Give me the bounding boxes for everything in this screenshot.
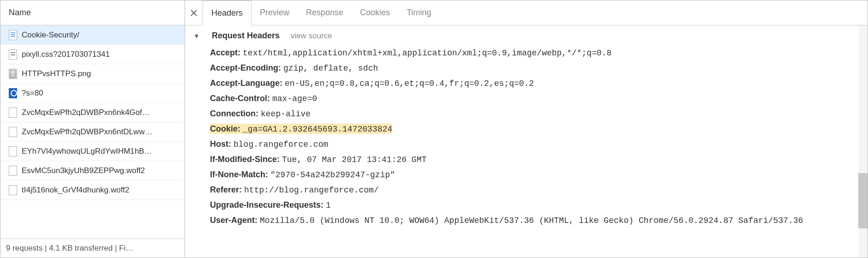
header-line: Connection: keep-alive [210,106,858,121]
header-value: max-age=0 [272,94,317,103]
request-name: EYh7Vl4ywhowqULgRdYwIHM1hB… [22,147,152,156]
favicon-file-icon [9,88,17,98]
doc-file-icon [9,30,17,40]
request-headers-section[interactable]: ▼ Request Headers view source [193,31,858,41]
header-value: en-US,en;q=0.8,ca;q=0.6,et;q=0.4,fr;q=0.… [285,79,534,88]
css-file-icon [9,49,17,60]
header-value: blog.rangeforce.com [233,140,328,149]
scrollbar-track[interactable] [858,25,868,258]
header-line: Upgrade-Insecure-Requests: 1 [210,198,858,213]
header-line: If-None-Match: "2970-54a242b299247-gzip" [210,167,858,182]
img-file-icon [9,69,17,79]
header-value: text/html,application/xhtml+xml,applicat… [243,48,611,58]
header-name: Cache-Control: [210,94,270,103]
request-name: ZvcMqxEwPfh2qDWBPxn6nk4Gof… [22,108,150,117]
scrollbar-thumb[interactable] [858,173,868,228]
section-title: Request Headers [212,31,280,41]
request-row[interactable]: ZvcMqxEwPfh2qDWBPxn6nk4Gof… [0,103,185,122]
request-name: HTTPvsHTTPS.png [22,69,91,78]
devtools-network-panel: Name Cookie-Security/pixyll.css?20170307… [0,0,868,258]
detail-tab-bar: HeadersPreviewResponseCookiesTiming [185,0,868,25]
header-line: User-Agent: Mozilla/5.0 (Windows NT 10.0… [210,213,858,228]
close-icon[interactable] [185,0,203,25]
request-name: tI4j516nok_GrVf4dhunkg.woff2 [22,186,129,195]
request-name: ZvcMqxEwPfh2qDWBPxn6ntDLww… [22,127,152,137]
header-name: Accept-Encoding: [210,63,281,72]
header-value: gzip, deflate, sdch [283,64,378,73]
request-name: ?s=80 [22,89,43,98]
blank-file-icon [9,146,17,156]
request-row[interactable]: ZvcMqxEwPfh2qDWBPxn6ntDLww… [0,122,185,142]
request-name: Cookie-Security/ [22,30,79,40]
view-source-link[interactable]: view source [291,31,332,41]
request-row[interactable]: Cookie-Security/ [0,25,185,45]
header-name: User-Agent: [210,216,257,225]
header-value: http://blog.rangeforce.com/ [244,186,379,195]
header-name: Upgrade-Insecure-Requests: [210,200,323,210]
header-name: If-None-Match: [210,170,268,179]
header-line: Cache-Control: max-age=0 [210,91,858,106]
header-line: If-Modified-Since: Tue, 07 Mar 2017 13:4… [210,152,858,167]
request-row[interactable]: HTTPvsHTTPS.png [0,64,185,84]
headers-body: ▼ Request Headers view source Accept: te… [185,25,868,258]
tab-preview[interactable]: Preview [251,0,298,25]
tab-response[interactable]: Response [298,0,352,25]
requests-panel: Name Cookie-Security/pixyll.css?20170307… [0,0,185,258]
header-name: Referer: [210,185,242,194]
header-value: Mozilla/5.0 (Windows NT 10.0; WOW64) App… [260,216,803,225]
request-row[interactable]: EYh7Vl4ywhowqULgRdYwIHM1hB… [0,142,185,161]
name-column-header[interactable]: Name [0,0,185,25]
disclosure-triangle-icon[interactable]: ▼ [193,32,201,40]
blank-file-icon [9,166,17,176]
request-row[interactable]: ?s=80 [0,84,185,103]
header-name: Accept-Language: [210,78,282,88]
header-value: "2970-54a242b299247-gzip" [270,170,395,180]
request-list: Cookie-Security/pixyll.css?201703071341H… [0,25,185,239]
header-name: Accept: [210,48,240,57]
headers-block: Accept: text/html,application/xhtml+xml,… [199,45,858,228]
request-row[interactable]: pixyll.css?201703071341 [0,45,185,64]
header-name: Connection: [210,109,258,118]
tab-timing[interactable]: Timing [398,0,439,25]
header-name: If-Modified-Since: [210,155,280,164]
tab-cookies[interactable]: Cookies [352,0,398,25]
header-value: keep-alive [261,109,311,119]
header-line: Referer: http://blog.rangeforce.com/ [210,182,858,198]
blank-file-icon [9,108,17,118]
header-value: Tue, 07 Mar 2017 13:41:26 GMT [282,155,426,164]
request-row[interactable]: tI4j516nok_GrVf4dhunkg.woff2 [0,180,185,200]
blank-file-icon [9,127,17,137]
header-name: Cookie: [210,124,240,133]
details-panel: HeadersPreviewResponseCookiesTiming ▼ Re… [185,0,868,258]
header-name: Host: [210,139,231,149]
header-line: Host: blog.rangeforce.com [210,137,858,152]
request-name: EsvMC5un3kjyUhB9ZEPPwg.woff2 [22,166,145,175]
blank-file-icon [9,185,17,195]
requests-summary: 9 requests | 4.1 KB transferred | Fi… [0,239,185,258]
header-line: Accept-Encoding: gzip, deflate, sdch [210,60,858,76]
header-line: Accept: text/html,application/xhtml+xml,… [210,45,858,60]
header-line: Cookie: _ga=GA1.2.932645693.1472033824 [210,121,858,137]
request-name: pixyll.css?201703071341 [22,50,110,59]
request-row[interactable]: EsvMC5un3kjyUhB9ZEPPwg.woff2 [0,161,185,180]
tabs: HeadersPreviewResponseCookiesTiming [203,0,440,25]
header-value: _ga=GA1.2.932645693.1472033824 [243,125,392,134]
header-line: Accept-Language: en-US,en;q=0.8,ca;q=0.6… [210,76,858,91]
header-value: 1 [326,201,331,210]
tab-headers[interactable]: Headers [203,0,251,25]
